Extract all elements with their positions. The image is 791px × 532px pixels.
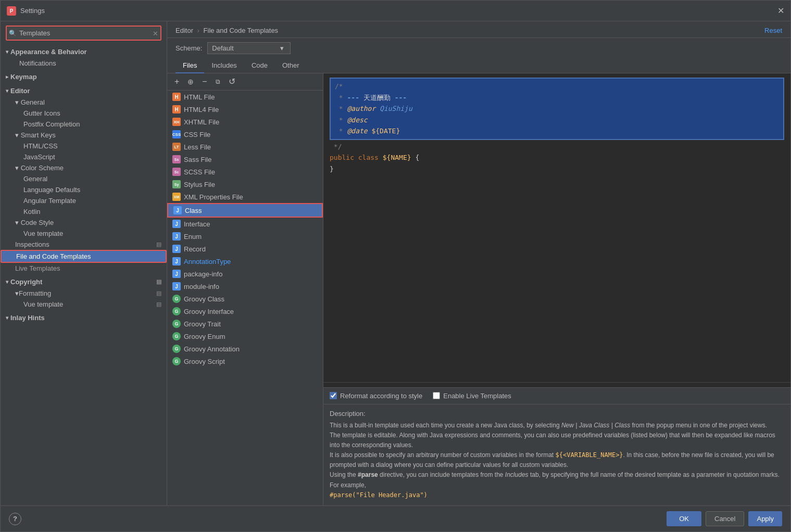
sidebar-item-label: HTML/CSS bbox=[23, 142, 58, 150]
ok-button[interactable]: OK bbox=[667, 511, 701, 526]
file-item-css[interactable]: CSS CSS File bbox=[167, 128, 323, 141]
file-item-label: XML Properties File bbox=[184, 193, 243, 201]
file-item-groovy-interface[interactable]: G Groovy Interface bbox=[167, 305, 323, 318]
sidebar-item-live-templates[interactable]: Live Templates bbox=[1, 263, 167, 274]
file-item-label: Less File bbox=[184, 143, 211, 151]
sidebar-item-html-css[interactable]: HTML/CSS bbox=[1, 141, 167, 151]
search-clear-button[interactable]: ✕ bbox=[153, 29, 158, 37]
file-item-groovy-annotation[interactable]: G Groovy Annotation bbox=[167, 343, 323, 355]
file-item-html4[interactable]: H HTML4 File bbox=[167, 103, 323, 116]
remove-button[interactable]: − bbox=[200, 77, 209, 87]
apply-button[interactable]: Apply bbox=[748, 511, 782, 526]
sidebar-group-copyright[interactable]: ▾ Copyright ▤ bbox=[1, 276, 167, 288]
sidebar-item-label: Color Scheme bbox=[21, 164, 64, 172]
cancel-button[interactable]: Cancel bbox=[706, 511, 744, 526]
file-item-label: Interface bbox=[184, 220, 210, 228]
editor-options: Reformat according to style Enable Live … bbox=[323, 387, 790, 404]
sidebar-item-general2[interactable]: General bbox=[1, 173, 167, 184]
sidebar-item-label: General bbox=[23, 175, 47, 183]
sidebar-item-language-defaults[interactable]: Language Defaults bbox=[1, 184, 167, 195]
sidebar-group-appearance[interactable]: ▾ Appearance & Behavior bbox=[1, 46, 167, 58]
tab-code[interactable]: Code bbox=[244, 58, 275, 73]
collapse-arrow: ▾ bbox=[15, 289, 19, 297]
file-item-html[interactable]: H HTML File bbox=[167, 91, 323, 103]
file-item-interface[interactable]: J Interface bbox=[167, 218, 323, 230]
file-item-module-info[interactable]: J module-info bbox=[167, 280, 323, 293]
search-input[interactable] bbox=[6, 26, 161, 41]
stylus-file-icon: Sy bbox=[172, 180, 181, 188]
sidebar-item-general[interactable]: ▾ General bbox=[1, 97, 167, 108]
package-info-file-icon: J bbox=[172, 270, 181, 278]
horizontal-scrollbar[interactable] bbox=[323, 382, 790, 387]
file-item-label: Class bbox=[185, 207, 202, 214]
close-button[interactable]: ✕ bbox=[777, 6, 784, 16]
breadcrumb: Editor › File and Code Templates bbox=[175, 27, 278, 34]
reset-template-button[interactable]: ↺ bbox=[227, 77, 237, 87]
sidebar-item-smart-keys[interactable]: ▾ Smart Keys bbox=[1, 130, 167, 141]
file-item-label: Sass File bbox=[184, 156, 211, 163]
sidebar-item-inspections[interactable]: Inspections ▤ bbox=[1, 239, 167, 250]
live-templates-checkbox-label[interactable]: Enable Live Templates bbox=[433, 392, 511, 400]
file-list-toolbar: + ⊕ − ⧉ ↺ bbox=[167, 73, 323, 91]
tab-includes[interactable]: Includes bbox=[204, 58, 244, 73]
sidebar-item-formatting[interactable]: ▾ Formatting ▤ bbox=[1, 288, 167, 299]
sidebar-item-kotlin[interactable]: Kotlin bbox=[1, 206, 167, 217]
sidebar-group-inlay-hints[interactable]: ▾ Inlay Hints bbox=[1, 312, 167, 324]
sidebar-item-vue-template2[interactable]: Vue template ▤ bbox=[1, 299, 167, 310]
file-item-xml-properties[interactable]: XM XML Properties File bbox=[167, 191, 323, 203]
copyright-icon: ▤ bbox=[156, 278, 161, 285]
tab-other[interactable]: Other bbox=[275, 58, 307, 73]
sidebar-group-keymap[interactable]: ▸ Keymap bbox=[1, 71, 167, 83]
file-item-groovy-class[interactable]: G Groovy Class bbox=[167, 293, 323, 305]
code-editor[interactable]: /* * --- 天道酬勤 --- * @author QiuShiju * @… bbox=[323, 73, 790, 382]
file-item-groovy-script[interactable]: G Groovy Script bbox=[167, 355, 323, 368]
duplicate-button[interactable]: ⧉ bbox=[214, 78, 222, 86]
xml-properties-file-icon: XM bbox=[172, 193, 181, 201]
reset-button[interactable]: Reset bbox=[764, 27, 782, 34]
code-line-6: */ bbox=[330, 141, 784, 153]
html-file-icon: H bbox=[172, 93, 181, 101]
formatting-icon: ▤ bbox=[156, 290, 161, 297]
file-item-class[interactable]: J Class bbox=[167, 203, 323, 218]
file-item-package-info[interactable]: J package-info bbox=[167, 268, 323, 280]
sidebar-section-keymap: ▸ Keymap bbox=[1, 70, 167, 84]
file-item-enum[interactable]: J Enum bbox=[167, 230, 323, 243]
tab-files[interactable]: Files bbox=[175, 58, 204, 73]
reformat-checkbox[interactable] bbox=[330, 392, 337, 399]
help-button[interactable]: ? bbox=[9, 513, 21, 525]
groovy-class-icon: G bbox=[172, 295, 181, 303]
sidebar-item-angular-template[interactable]: Angular Template bbox=[1, 195, 167, 206]
sidebar-item-label: Inspections bbox=[15, 240, 49, 248]
file-item-groovy-trait[interactable]: G Groovy Trait bbox=[167, 318, 323, 330]
description-label: Description: bbox=[330, 410, 784, 417]
sidebar-item-color-scheme[interactable]: ▾ Color Scheme bbox=[1, 162, 167, 173]
file-item-label: AnnotationType bbox=[184, 258, 231, 265]
sidebar-item-code-style[interactable]: ▾ Code Style bbox=[1, 217, 167, 228]
file-item-record[interactable]: J Record bbox=[167, 243, 323, 255]
file-item-xhtml[interactable]: XH XHTML File bbox=[167, 116, 323, 128]
sidebar-item-file-and-code-templates[interactable]: File and Code Templates bbox=[1, 250, 167, 263]
file-item-annotation-type[interactable]: J AnnotationType bbox=[167, 255, 323, 268]
reformat-checkbox-label[interactable]: Reformat according to style bbox=[330, 392, 422, 400]
file-item-less[interactable]: LT Less File bbox=[167, 141, 323, 153]
file-item-sass[interactable]: Ss Sass File bbox=[167, 153, 323, 166]
file-item-label: Groovy Annotation bbox=[184, 345, 240, 353]
editor-panel: /* * --- 天道酬勤 --- * @author QiuShiju * @… bbox=[323, 73, 790, 505]
sidebar-item-vue-template[interactable]: Vue template bbox=[1, 228, 167, 239]
sidebar-item-gutter-icons[interactable]: Gutter Icons bbox=[1, 108, 167, 119]
file-item-stylus[interactable]: Sy Stylus File bbox=[167, 178, 323, 191]
sidebar-item-label: Keymap bbox=[10, 73, 37, 81]
add-button[interactable]: + bbox=[172, 77, 181, 87]
file-item-scss[interactable]: Sc SCSS File bbox=[167, 166, 323, 178]
collapse-arrow: ▾ bbox=[15, 219, 21, 226]
live-templates-checkbox[interactable] bbox=[433, 392, 440, 399]
class-file-icon: J bbox=[173, 206, 182, 214]
sidebar-group-editor[interactable]: ▾ Editor bbox=[1, 85, 167, 97]
sidebar-item-javascript[interactable]: JavaScript bbox=[1, 151, 167, 162]
collapse-arrow: ▾ bbox=[6, 279, 8, 285]
scheme-select[interactable]: Default Project bbox=[207, 42, 291, 54]
sidebar-item-postfix-completion[interactable]: Postfix Completion bbox=[1, 119, 167, 130]
copy-button[interactable]: ⊕ bbox=[185, 77, 196, 86]
sidebar-item-notifications[interactable]: Notifications bbox=[1, 58, 167, 69]
file-item-groovy-enum[interactable]: G Groovy Enum bbox=[167, 330, 323, 343]
